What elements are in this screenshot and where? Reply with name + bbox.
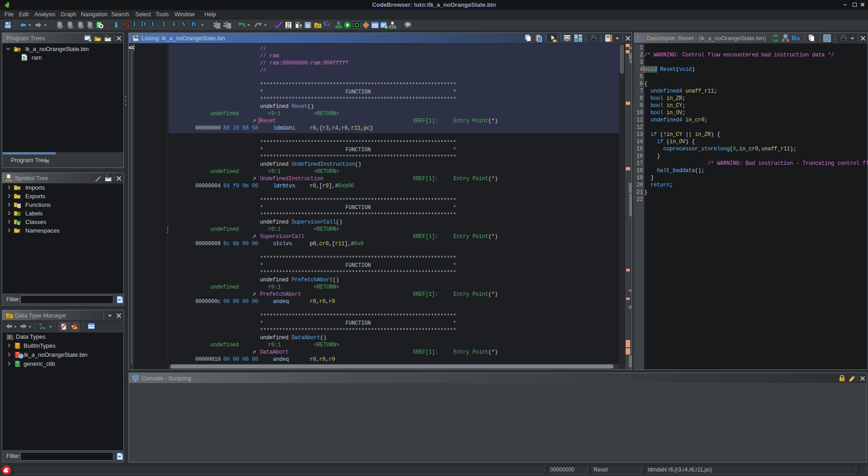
svg-text:{}: {}	[19, 230, 21, 234]
svg-text:DT: DT	[316, 24, 320, 28]
svg-text:DT: DT	[7, 315, 12, 318]
svg-text:C: C	[17, 221, 20, 225]
svg-text:01: 01	[287, 26, 290, 29]
svg-text:10: 10	[287, 23, 290, 26]
